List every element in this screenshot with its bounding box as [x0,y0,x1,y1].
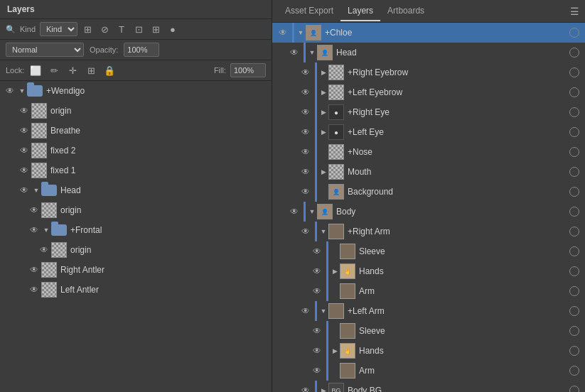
visibility-circle[interactable] [569,227,579,236]
fill-input[interactable] [230,63,266,77]
rl-item-hands2[interactable]: 👁 ▶ 🤚 Hands [306,341,585,361]
expand-btn[interactable]: ▶ [318,69,328,76]
expand-btn[interactable]: ▶ [330,347,340,354]
visibility-circle[interactable] [569,286,579,296]
rl-item-right-eye[interactable]: 👁 ▶ ● +Right Eye [295,102,585,122]
rl-item-left-arm[interactable]: 👁 ▼ +Left Arm [295,301,585,321]
visibility-circle[interactable] [569,246,579,256]
eye-icon[interactable]: 👁 [17,104,31,118]
eye-icon[interactable]: 👁 [286,45,302,60]
eye-icon[interactable]: 👁 [298,383,313,392]
eye-icon[interactable]: 👁 [27,223,41,237]
visibility-circle[interactable] [569,28,579,38]
expand-btn[interactable]: ▶ [318,89,328,96]
lock-all-icon[interactable]: 🔒 [102,63,117,77]
rl-item-chloe[interactable]: 👁 ▼ 👤 +Chloe [272,23,585,43]
expand-btn[interactable]: ▼ [296,29,306,36]
visibility-circle[interactable] [569,147,579,157]
rl-item-hands1[interactable]: 👁 ▶ 🤚 Hands [306,261,585,281]
eye-icon[interactable]: 👁 [309,323,325,339]
eye-icon[interactable]: 👁 [298,224,313,239]
eye-icon[interactable]: 👁 [3,84,17,98]
eye-icon[interactable]: 👁 [298,124,313,140]
layer-item-origin1[interactable]: 👁 origin [14,101,272,121]
filter-icon-1[interactable]: ⊞ [80,22,95,36]
expand-btn[interactable]: ▶ [318,109,328,116]
eye-icon[interactable]: 👁 [309,283,325,299]
layer-item-origin2[interactable]: 👁 origin [24,200,272,220]
blend-mode-select[interactable]: Normal [6,43,84,57]
eye-icon[interactable]: 👁 [17,183,31,197]
expand-btn[interactable]: ▼ [318,228,328,235]
eye-icon[interactable]: 👁 [309,343,325,359]
eye-icon[interactable]: 👁 [298,65,313,80]
rl-item-body-bg[interactable]: 👁 ▶ BG Body BG [295,381,585,392]
eye-icon[interactable]: 👁 [298,144,313,160]
layer-item-right-antler[interactable]: 👁 Right Antler [24,260,272,280]
expand-btn[interactable]: ▼ [31,185,41,195]
layer-item-left-antler[interactable]: 👁 Left Antler [24,280,272,300]
rl-item-sleeve2[interactable]: 👁 ▶ Sleeve [306,321,585,341]
eye-icon[interactable]: 👁 [298,85,313,100]
eye-icon[interactable]: 👁 [309,244,325,259]
expand-btn[interactable]: ▼ [41,225,51,235]
layer-item-origin3[interactable]: 👁 origin [34,240,272,260]
visibility-circle[interactable] [569,326,579,336]
tab-asset-export[interactable]: Asset Export [278,1,340,21]
rl-item-right-eyebrow[interactable]: 👁 ▶ +Right Eyebrow [295,62,585,82]
expand-btn[interactable]: ▶ [318,129,328,136]
filter-icon-2[interactable]: ⊘ [97,22,112,36]
rl-item-mouth[interactable]: 👁 ▶ Mouth [295,162,585,182]
filter-icon-3[interactable]: T [114,22,129,36]
eye-icon[interactable]: 👁 [17,163,31,178]
filter-icon-6[interactable]: ● [166,22,180,36]
visibility-circle[interactable] [569,266,579,276]
eye-icon[interactable]: 👁 [309,263,325,279]
expand-btn[interactable]: ▼ [307,208,317,215]
visibility-circle[interactable] [569,346,579,356]
rl-item-arm2[interactable]: 👁 ▶ Arm [306,361,585,381]
expand-btn[interactable]: ▶ [318,387,328,392]
visibility-circle[interactable] [569,67,579,77]
layer-item-wendigo[interactable]: 👁 ▼ +Wendigo [0,81,272,101]
rl-item-left-eyebrow[interactable]: 👁 ▶ +Left Eyebrow [295,82,585,102]
visibility-circle[interactable] [569,207,579,217]
lock-pixels-icon[interactable]: ✏ [47,63,61,77]
rl-item-background[interactable]: 👁 ▶ 👤 Background [295,182,585,202]
expand-btn[interactable]: ▶ [318,168,328,175]
visibility-circle[interactable] [569,107,579,117]
visibility-circle[interactable] [569,187,579,197]
rl-item-body[interactable]: 👁 ▼ 👤 Body [284,202,585,222]
eye-icon[interactable]: 👁 [286,204,302,219]
rl-item-left-eye[interactable]: 👁 ▶ ● +Left Eye [295,122,585,142]
lock-position-icon[interactable]: ✛ [65,63,80,77]
opacity-input[interactable] [124,43,159,57]
expand-btn[interactable]: ▶ [330,268,340,275]
layer-item-fixed2[interactable]: 👁 fixed 2 [14,141,272,160]
eye-icon[interactable]: 👁 [27,283,41,297]
expand-btn[interactable]: ▼ [17,86,27,96]
rl-item-head[interactable]: 👁 ▼ 👤 Head [284,43,585,62]
eye-icon[interactable]: 👁 [27,203,41,217]
eye-icon[interactable]: 👁 [17,143,31,158]
layer-item-fixed1[interactable]: 👁 fixed 1 [14,160,272,180]
tab-layers[interactable]: Layers [340,1,380,21]
visibility-circle[interactable] [569,87,579,97]
eye-icon[interactable]: 👁 [309,363,325,379]
rl-item-right-arm[interactable]: 👁 ▼ +Right Arm [295,222,585,241]
visibility-circle[interactable] [569,127,579,137]
visibility-circle[interactable] [569,386,579,392]
filter-icon-5[interactable]: ⊞ [149,22,163,36]
tab-artboards[interactable]: Artboards [380,1,431,21]
layer-item-frontal[interactable]: 👁 ▼ +Frontal [24,220,272,240]
expand-btn[interactable]: ▼ [307,49,317,56]
eye-icon[interactable]: 👁 [298,164,313,180]
expand-btn[interactable]: ▼ [318,307,328,315]
eye-icon[interactable]: 👁 [275,25,291,40]
eye-icon[interactable]: 👁 [298,303,313,319]
eye-icon[interactable]: 👁 [17,124,31,138]
rl-item-sleeve1[interactable]: 👁 ▶ Sleeve [306,241,585,261]
visibility-circle[interactable] [569,366,579,376]
visibility-circle[interactable] [569,306,579,316]
eye-icon[interactable]: 👁 [298,104,313,120]
